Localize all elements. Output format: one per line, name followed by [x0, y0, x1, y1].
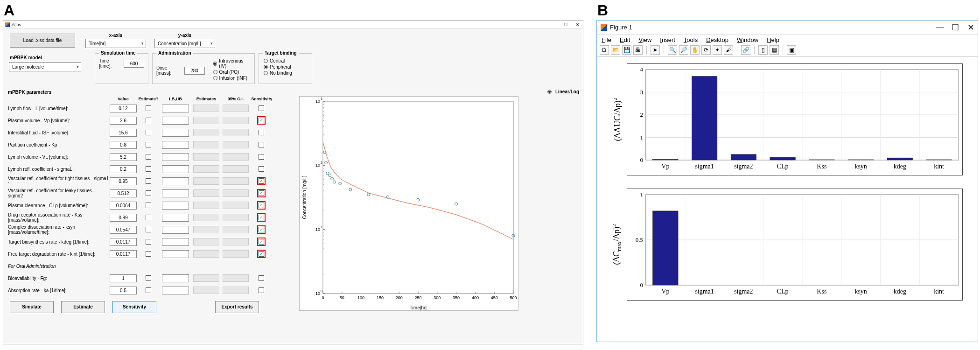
legend-icon[interactable]: ▤ [770, 45, 779, 55]
lbub-Vp[interactable] [162, 117, 189, 125]
close-button[interactable]: ✕ [574, 22, 581, 27]
est-cb-sigma2[interactable] [146, 190, 151, 196]
minimize-button[interactable]: — [550, 22, 557, 27]
link-icon[interactable]: 🔗 [741, 45, 750, 55]
layout-icon[interactable]: ▣ [787, 45, 796, 55]
sens-cb-Kss[interactable] [259, 215, 264, 220]
sens-cb-ISF[interactable] [259, 130, 264, 135]
xaxis-select[interactable]: Time[hr]▾ [85, 39, 146, 48]
menu-view[interactable]: View [638, 36, 651, 43]
sens-cb-sigma1[interactable] [259, 178, 264, 184]
sens-cb-sigmaL[interactable] [259, 166, 264, 172]
simtime-input[interactable] [124, 60, 144, 68]
menu-file[interactable]: File [602, 36, 611, 43]
val-sigma1[interactable] [110, 177, 137, 185]
maximize-button[interactable]: ☐ [562, 22, 569, 27]
lbub-ksyn[interactable] [162, 226, 189, 234]
admin-route-0[interactable]: Intravenous (IV) [213, 58, 251, 69]
rotate-icon[interactable]: ⟳ [701, 45, 711, 55]
est-cb-Kp[interactable] [146, 142, 151, 147]
lbub-VL[interactable] [162, 153, 189, 161]
lbub-sigmaL[interactable] [162, 165, 189, 173]
est-cb-L[interactable] [146, 105, 151, 111]
target-opt-1[interactable]: Peripheral [264, 64, 308, 70]
open-icon[interactable]: 📂 [611, 45, 620, 55]
sens-cb-ksyn[interactable] [259, 227, 264, 232]
pan-icon[interactable]: ✋ [690, 45, 700, 55]
val-ka[interactable] [110, 287, 137, 294]
lbub-ka[interactable] [162, 287, 189, 294]
val-ISF[interactable] [110, 129, 137, 137]
minimize-button[interactable]: — [936, 22, 942, 33]
val-Vp[interactable] [110, 117, 137, 125]
est-cb-VL[interactable] [146, 154, 151, 160]
est-cb-sigma1[interactable] [146, 178, 151, 184]
sens-cb-L[interactable] [259, 105, 264, 111]
save-icon[interactable]: 💾 [622, 45, 631, 55]
maximize-button[interactable]: ☐ [952, 22, 958, 33]
menu-help[interactable]: Help [767, 36, 779, 43]
est-cb-Kss[interactable] [146, 215, 151, 220]
val-sigma2[interactable] [110, 189, 137, 197]
val-VL[interactable] [110, 153, 137, 161]
export-button[interactable]: Export results [215, 301, 259, 313]
est-cb-kint[interactable] [146, 251, 151, 257]
val-Fg[interactable] [110, 274, 137, 282]
est-cb-kdeg[interactable] [146, 239, 151, 245]
lbub-kint[interactable] [162, 250, 189, 258]
val-Kp[interactable] [110, 141, 137, 149]
lbub-Kp[interactable] [162, 141, 189, 149]
load-data-button[interactable]: Load .xlsx data file [10, 34, 75, 48]
yaxis-select[interactable]: Concentration [mg/L]▾ [154, 39, 215, 48]
lbub-Kss[interactable] [162, 214, 189, 222]
menu-desktop[interactable]: Desktop [706, 36, 728, 43]
menu-edit[interactable]: Edit [620, 36, 630, 43]
print-icon[interactable]: 🖶 [633, 45, 643, 55]
sens-cb-VL[interactable] [259, 154, 264, 160]
sensitivity-button[interactable]: Sensitivity [112, 301, 156, 313]
est-cb-sigmaL[interactable] [146, 166, 151, 172]
colorbar-icon[interactable]: ▯ [758, 45, 768, 55]
lbub-sigma1[interactable] [162, 177, 189, 185]
sens-cb-Vp[interactable] [259, 118, 264, 123]
est-cb-Vp[interactable] [146, 118, 151, 123]
lbub-sigma2[interactable] [162, 189, 189, 197]
est-cb-ksyn[interactable] [146, 227, 151, 232]
menu-window[interactable]: Window [737, 36, 758, 43]
brush-icon[interactable]: 🖌 [724, 45, 733, 55]
val-sigmaL[interactable] [110, 165, 137, 173]
zoom-in-icon[interactable]: 🔍 [668, 45, 677, 55]
model-select[interactable]: Large molecule▾ [9, 62, 81, 71]
sens-cb-Kp[interactable] [259, 142, 264, 147]
target-opt-0[interactable]: Central [264, 58, 308, 63]
sens-cb-kdeg[interactable] [259, 239, 264, 245]
datatip-icon[interactable]: ✦ [713, 45, 722, 55]
est-cb-Fg[interactable] [146, 275, 151, 281]
target-opt-2[interactable]: No binding [264, 70, 308, 76]
val-L[interactable] [110, 105, 137, 112]
estimate-button[interactable]: Estimate [61, 301, 105, 313]
new-icon[interactable]: 🗋 [600, 45, 609, 55]
menu-tools[interactable]: Tools [684, 36, 698, 43]
est-cb-CLp[interactable] [146, 203, 151, 208]
linear-log-toggle[interactable]: Linear/Log [547, 89, 579, 94]
val-CLp[interactable] [110, 202, 137, 210]
close-button[interactable]: ✕ [967, 22, 974, 33]
val-kint[interactable] [110, 250, 137, 258]
lbub-ISF[interactable] [162, 129, 189, 137]
dose-input[interactable] [184, 67, 205, 75]
sens-cb-Fg[interactable] [259, 275, 264, 281]
pointer-icon[interactable]: ➤ [651, 45, 660, 55]
admin-route-1[interactable]: Oral (PO) [213, 70, 251, 75]
est-cb-ka[interactable] [146, 287, 151, 293]
zoom-out-icon[interactable]: 🔎 [679, 45, 688, 55]
simulate-button[interactable]: Simulate [10, 301, 54, 313]
val-kdeg[interactable] [110, 238, 137, 246]
admin-route-2[interactable]: Infusion (INF) [213, 76, 251, 81]
val-ksyn[interactable] [110, 226, 137, 234]
est-cb-ISF[interactable] [146, 130, 151, 135]
sens-cb-kint[interactable] [259, 251, 264, 257]
lbub-L[interactable] [162, 105, 189, 112]
menu-insert[interactable]: Insert [660, 36, 675, 43]
val-Kss[interactable] [110, 214, 137, 222]
